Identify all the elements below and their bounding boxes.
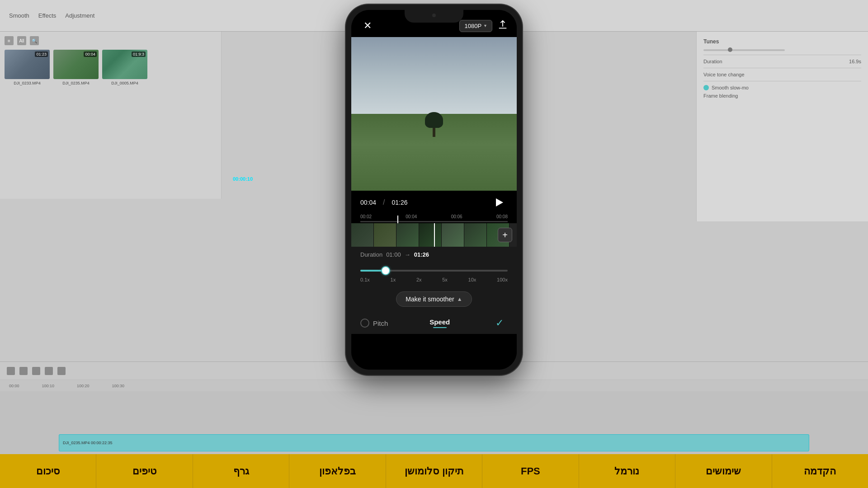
phone-speed-slider-track[interactable]: [360, 270, 508, 272]
bg-media-item-2[interactable]: 00:04 DJI_0235.MP4: [53, 50, 99, 85]
bottom-bar-item-3[interactable]: בפלאפון: [289, 454, 386, 488]
bg-smooth-checkbox[interactable]: [703, 85, 709, 90]
phone-notch: [405, 10, 463, 23]
bg-media-item-1[interactable]: 01:23 DJI_0233.MP4: [5, 50, 50, 85]
bottom-bar-label-6: נורמל: [614, 465, 639, 477]
phone-pitch-option[interactable]: Pitch: [360, 319, 388, 328]
phone-playback-bar: 00:04 / 01:26: [351, 191, 517, 214]
phone-filmstrip-frame-3: [396, 223, 419, 247]
bottom-bar-item-4[interactable]: תיקון סלומושן: [386, 454, 482, 488]
bg-thumb-2: 00:04: [53, 50, 99, 79]
phone-confirm-button[interactable]: ✓: [491, 315, 508, 331]
bottom-bar-label-2: גרף: [233, 465, 249, 477]
phone-playhead-line: [434, 223, 435, 247]
phone-smoother-arrow-icon: ▲: [457, 296, 462, 302]
bottom-bar-item-6[interactable]: נורמל: [579, 454, 675, 488]
phone-close-button[interactable]: ✕: [360, 19, 375, 33]
bg-tl-icon-1[interactable]: [7, 367, 15, 375]
phone-play-button[interactable]: [491, 194, 508, 211]
phone-resolution-button[interactable]: 1080P ▼: [459, 20, 492, 32]
phone-ruler-0: 00:02: [360, 214, 372, 219]
bg-smooth-label-2: Smooth slow-mo: [712, 85, 749, 90]
bg-duration-row: Duration 16.9s: [703, 59, 861, 64]
phone-bottom-actions: Pitch Speed ✓: [351, 312, 517, 334]
phone-screen: ✕ 1080P ▼: [351, 10, 517, 370]
phone-close-icon: ✕: [363, 20, 372, 32]
bg-search-icon[interactable]: 🔍: [30, 36, 39, 45]
phone-speed-slider-fill: [360, 270, 382, 272]
phone-add-clip-button[interactable]: +: [498, 228, 512, 242]
phone-scrubber-track[interactable]: [360, 221, 508, 222]
bg-tunes-thumb: [728, 47, 732, 52]
bottom-bar-label-8: הקדמה: [804, 465, 836, 477]
phone-speed-marks: 0.1x 1x 2x 5x 10x 100x: [360, 275, 508, 282]
phone-play-icon: [496, 198, 503, 206]
phone-tab-indicator: [433, 327, 447, 328]
bg-name-3: DJI_0005.MP4: [111, 81, 138, 85]
bg-media-grid: 01:23 DJI_0233.MP4 00:04 DJI_0235.MP4 01…: [5, 50, 217, 85]
bg-tl-icon-4[interactable]: [45, 367, 53, 375]
bg-sort-icon[interactable]: ≡: [5, 36, 14, 45]
phone-pitch-checkbox[interactable]: [360, 319, 369, 328]
bottom-bar-label-4: תיקון סלומושן: [405, 465, 463, 477]
bg-tl-icon-5[interactable]: [57, 367, 66, 375]
bottom-bar-item-7[interactable]: שימושים: [675, 454, 772, 488]
bg-clip-label: DJI_0235.MP4 00:00:22:35: [63, 441, 113, 445]
phone-video-preview: [351, 37, 517, 191]
video-tree: [425, 112, 443, 137]
bg-media-panel: ≡ All 🔍 01:23 DJI_0233.MP4 00:04 DJI_023…: [0, 32, 222, 199]
bottom-bar-label-0: סיכום: [36, 465, 60, 477]
phone-notch-dot: [432, 14, 436, 17]
bg-timeline-track: DJI_0235.MP4 00:00:22:35: [0, 432, 868, 454]
video-rocks: [351, 137, 517, 168]
video-tree-trunk: [433, 128, 435, 137]
bg-inspector-panel: Tunes Duration 16.9s Voice tone change S…: [696, 32, 868, 221]
bottom-bar-item-2[interactable]: גרף: [193, 454, 289, 488]
phone-duration-label: Duration: [360, 251, 382, 258]
phone-filmstrip[interactable]: +: [351, 223, 517, 247]
phone-time-separator: /: [383, 198, 385, 206]
phone-container: ✕ 1080P ▼: [346, 5, 522, 375]
phone-timeline-scrubber[interactable]: 00:02 00:04 00:06 00:08: [351, 214, 517, 223]
bg-ruler-2: 100:20: [77, 384, 90, 388]
bg-smooth-row[interactable]: Smooth slow-mo: [703, 85, 861, 90]
video-sky: [351, 37, 517, 122]
bottom-bar: סיכום טיפים גרף בפלאפון תיקון סלומושן FP…: [0, 454, 868, 488]
phone-speed-mark-5: 100x: [497, 277, 508, 282]
bg-media-item-3[interactable]: 01:9:3 DJI_0005.MP4: [102, 50, 147, 85]
phone-duration-arrow: →: [405, 251, 410, 258]
phone-check-icon: ✓: [495, 317, 504, 329]
bg-divider-1: [703, 55, 861, 55]
phone-make-smoother-button[interactable]: Make it smoother ▲: [396, 291, 472, 307]
phone-speed-mark-1: 1x: [391, 277, 396, 282]
bottom-bar-item-8[interactable]: הקדמה: [772, 454, 868, 488]
bg-tl-icon-3[interactable]: [32, 367, 40, 375]
bottom-bar-item-1[interactable]: טיפים: [96, 454, 193, 488]
bottom-bar-label-5: FPS: [521, 465, 540, 477]
phone-filmstrip-frame-1: [351, 223, 374, 247]
bg-tunes-slider[interactable]: [703, 49, 785, 51]
bg-frame-blend-row[interactable]: Frame blending: [703, 93, 861, 99]
bg-all-icon[interactable]: All: [17, 36, 26, 45]
phone-resolution-label: 1080P: [464, 23, 481, 29]
bottom-bar-label-1: טיפים: [132, 465, 156, 477]
phone-share-button[interactable]: [498, 20, 508, 32]
phone-speed-mark-0: 0.1x: [360, 277, 370, 282]
bg-duration-1: 01:23: [35, 52, 48, 57]
bg-track-clip[interactable]: DJI_0235.MP4 00:00:22:35: [59, 434, 809, 451]
bg-tl-icon-2[interactable]: [19, 367, 28, 375]
bg-thumb-1: 01:23: [5, 50, 50, 79]
phone-timeline-ruler: 00:02 00:04 00:06 00:08: [360, 214, 508, 219]
bottom-bar-item-0[interactable]: סיכום: [0, 454, 96, 488]
bottom-bar-label-3: בפלאפון: [319, 465, 356, 477]
phone-speed-thumb[interactable]: [381, 266, 390, 275]
bg-effects-label: Effects: [38, 12, 57, 19]
phone-speed-tab-active[interactable]: Speed: [429, 318, 450, 328]
bg-tunes-title: Tunes: [703, 38, 861, 45]
phone-frame: ✕ 1080P ▼: [346, 5, 522, 375]
phone-duration-old: 01:00: [386, 251, 401, 258]
bottom-bar-item-5[interactable]: FPS: [482, 454, 579, 488]
bg-duration-label: Duration: [703, 59, 722, 64]
phone-resolution-dropdown-icon: ▼: [483, 23, 487, 28]
bg-duration-3: 01:9:3: [132, 52, 146, 57]
